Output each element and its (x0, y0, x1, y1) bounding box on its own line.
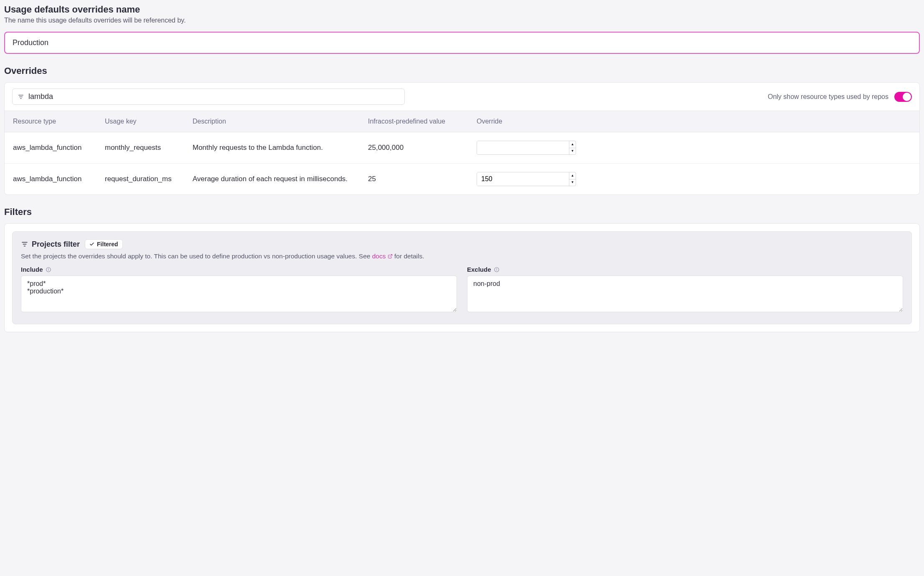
projects-filter-title-text: Projects filter (32, 240, 80, 249)
number-spinners: ▲ ▼ (569, 141, 576, 154)
cell-predefined: 25,000,000 (368, 144, 477, 152)
projects-filter-title: Projects filter (21, 240, 80, 249)
external-link-icon (388, 253, 393, 260)
projects-filter-box: Projects filter Filtered Set the project… (12, 231, 912, 324)
spinner-down-icon[interactable]: ▼ (569, 148, 576, 155)
include-exclude-grid: Include Exclude (21, 266, 903, 314)
check-icon (89, 242, 94, 247)
filters-title: Filters (4, 207, 920, 217)
override-input-wrap: ▲ ▼ (477, 172, 576, 186)
col-override: Override (477, 118, 911, 125)
cell-usage-key: request_duration_ms (105, 175, 193, 183)
exclude-column: Exclude (467, 266, 903, 314)
filters-card: Projects filter Filtered Set the project… (4, 223, 920, 332)
cell-description: Average duration of each request in mill… (193, 175, 368, 183)
pf-desc-post: for details. (393, 253, 424, 260)
info-icon[interactable] (494, 267, 500, 273)
cell-resource-type: aws_lambda_function (13, 144, 105, 152)
toggle-group: Only show resource types used by repos (768, 92, 912, 102)
svg-line-6 (390, 255, 392, 257)
col-usage-key: Usage key (105, 118, 193, 125)
spinner-down-icon[interactable]: ▼ (569, 179, 576, 186)
overrides-toolbar: Only show resource types used by repos (5, 83, 919, 111)
info-icon[interactable] (46, 267, 51, 273)
only-used-repos-toggle[interactable] (894, 92, 912, 102)
spinner-up-icon[interactable]: ▲ (569, 141, 576, 148)
overrides-table-header: Resource type Usage key Description Infr… (5, 111, 919, 132)
override-input-wrap: ▲ ▼ (477, 141, 576, 155)
include-label: Include (21, 266, 457, 273)
include-textarea[interactable] (21, 275, 457, 312)
exclude-textarea[interactable] (467, 275, 903, 312)
filtered-badge-text: Filtered (97, 241, 118, 248)
name-subtitle: The name this usage defaults overrides w… (4, 17, 920, 24)
cell-description: Monthly requests to the Lambda function. (193, 144, 368, 152)
col-predefined: Infracost-predefined value (368, 118, 477, 125)
filters-section: Filters Projects filter Filtered Set (4, 207, 920, 332)
number-spinners: ▲ ▼ (569, 172, 576, 186)
spinner-up-icon[interactable]: ▲ (569, 172, 576, 179)
overrides-panel: Only show resource types used by repos R… (4, 82, 920, 195)
docs-link[interactable]: docs (372, 253, 393, 260)
filter-icon (18, 93, 24, 100)
pf-desc-pre: Set the projects the overrides should ap… (21, 253, 372, 260)
col-description: Description (193, 118, 368, 125)
exclude-label: Exclude (467, 266, 903, 273)
svg-point-12 (496, 268, 497, 269)
overrides-section: Overrides Only show resource types used … (4, 66, 920, 195)
table-row: aws_lambda_function monthly_requests Mon… (5, 132, 919, 164)
svg-point-9 (48, 268, 48, 269)
cell-override: ▲ ▼ (477, 172, 911, 186)
name-title: Usage defaults overrides name (4, 4, 920, 15)
projects-filter-description: Set the projects the overrides should ap… (21, 253, 903, 260)
overrides-filter-box[interactable] (12, 88, 405, 105)
cell-predefined: 25 (368, 175, 477, 183)
override-name-input[interactable] (4, 32, 920, 54)
include-column: Include (21, 266, 457, 314)
cell-resource-type: aws_lambda_function (13, 175, 105, 183)
override-input[interactable] (477, 172, 569, 186)
name-section: Usage defaults overrides name The name t… (4, 4, 920, 54)
toggle-label: Only show resource types used by repos (768, 93, 888, 101)
projects-filter-header: Projects filter Filtered (21, 239, 903, 249)
filter-icon (21, 240, 28, 248)
filtered-badge: Filtered (85, 239, 123, 249)
overrides-title: Overrides (4, 66, 920, 76)
override-input[interactable] (477, 141, 569, 154)
cell-usage-key: monthly_requests (105, 144, 193, 152)
overrides-filter-input[interactable] (28, 92, 399, 101)
cell-override: ▲ ▼ (477, 141, 911, 155)
table-row: aws_lambda_function request_duration_ms … (5, 164, 919, 195)
col-resource-type: Resource type (13, 118, 105, 125)
